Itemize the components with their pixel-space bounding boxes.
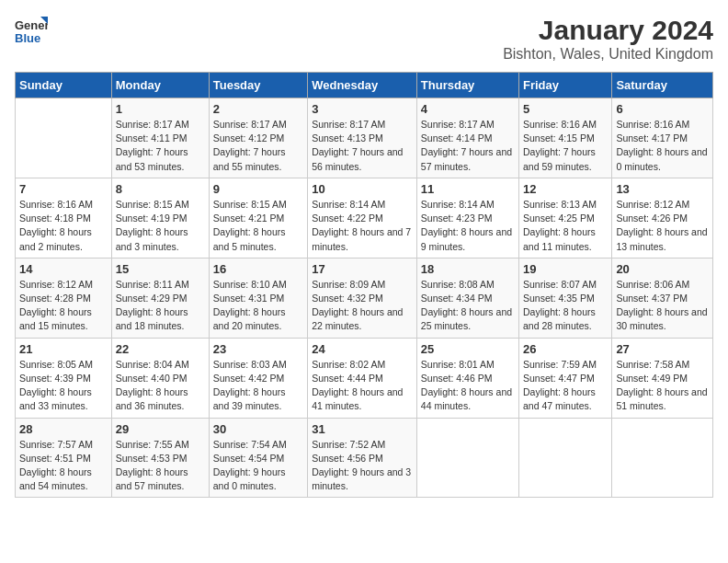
day-number: 27 xyxy=(616,342,709,356)
day-number: 14 xyxy=(19,262,108,276)
calendar-header-row: SundayMondayTuesdayWednesdayThursdayFrid… xyxy=(16,73,713,98)
calendar-cell: 5 Sunrise: 8:16 AMSunset: 4:15 PMDayligh… xyxy=(519,98,612,178)
cell-info: Sunrise: 7:57 AMSunset: 4:51 PMDaylight:… xyxy=(19,438,108,494)
cell-info: Sunrise: 8:16 AMSunset: 4:15 PMDaylight:… xyxy=(523,118,608,174)
weekday-header: Tuesday xyxy=(209,73,307,98)
cell-info: Sunrise: 8:17 AMSunset: 4:14 PMDaylight:… xyxy=(421,118,515,174)
calendar-cell: 11 Sunrise: 8:14 AMSunset: 4:23 PMDaylig… xyxy=(416,178,518,258)
day-number: 23 xyxy=(213,342,303,356)
cell-info: Sunrise: 8:16 AMSunset: 4:17 PMDaylight:… xyxy=(616,118,709,174)
day-number: 30 xyxy=(213,422,303,436)
day-number: 5 xyxy=(523,102,608,116)
day-number: 3 xyxy=(312,102,413,116)
calendar-cell: 7 Sunrise: 8:16 AMSunset: 4:18 PMDayligh… xyxy=(16,178,112,258)
weekday-header: Friday xyxy=(519,73,612,98)
calendar-cell: 1 Sunrise: 8:17 AMSunset: 4:11 PMDayligh… xyxy=(111,98,209,178)
day-number: 12 xyxy=(523,182,608,196)
calendar-cell: 29 Sunrise: 7:55 AMSunset: 4:53 PMDaylig… xyxy=(111,418,209,498)
day-number: 17 xyxy=(312,262,413,276)
calendar-cell: 4 Sunrise: 8:17 AMSunset: 4:14 PMDayligh… xyxy=(416,98,518,178)
cell-info: Sunrise: 8:17 AMSunset: 4:12 PMDaylight:… xyxy=(213,118,303,174)
calendar-body: 1 Sunrise: 8:17 AMSunset: 4:11 PMDayligh… xyxy=(16,98,713,498)
day-number: 21 xyxy=(19,342,108,356)
cell-info: Sunrise: 8:15 AMSunset: 4:21 PMDaylight:… xyxy=(213,198,303,254)
cell-info: Sunrise: 8:06 AMSunset: 4:37 PMDaylight:… xyxy=(616,278,709,334)
day-number: 4 xyxy=(421,102,515,116)
weekday-header: Monday xyxy=(111,73,209,98)
calendar-subtitle: Bishton, Wales, United Kingdom xyxy=(503,46,713,63)
day-number: 7 xyxy=(19,182,108,196)
cell-info: Sunrise: 8:03 AMSunset: 4:42 PMDaylight:… xyxy=(213,358,303,414)
day-number: 15 xyxy=(116,262,205,276)
cell-info: Sunrise: 8:13 AMSunset: 4:25 PMDaylight:… xyxy=(523,198,608,254)
cell-info: Sunrise: 8:04 AMSunset: 4:40 PMDaylight:… xyxy=(116,358,205,414)
calendar-cell: 30 Sunrise: 7:54 AMSunset: 4:54 PMDaylig… xyxy=(209,418,307,498)
calendar-cell: 23 Sunrise: 8:03 AMSunset: 4:42 PMDaylig… xyxy=(209,338,307,418)
logo: General Blue xyxy=(15,15,48,48)
calendar-cell: 2 Sunrise: 8:17 AMSunset: 4:12 PMDayligh… xyxy=(209,98,307,178)
cell-info: Sunrise: 8:12 AMSunset: 4:28 PMDaylight:… xyxy=(19,278,108,334)
day-number: 29 xyxy=(116,422,205,436)
day-number: 1 xyxy=(116,102,205,116)
day-number: 8 xyxy=(116,182,205,196)
logo-icon: General Blue xyxy=(15,15,48,48)
cell-info: Sunrise: 7:55 AMSunset: 4:53 PMDaylight:… xyxy=(116,438,205,494)
calendar-cell: 27 Sunrise: 7:58 AMSunset: 4:49 PMDaylig… xyxy=(612,338,713,418)
calendar-table: SundayMondayTuesdayWednesdayThursdayFrid… xyxy=(15,72,713,498)
calendar-cell: 19 Sunrise: 8:07 AMSunset: 4:35 PMDaylig… xyxy=(519,258,612,338)
cell-info: Sunrise: 8:02 AMSunset: 4:44 PMDaylight:… xyxy=(312,358,413,414)
cell-info: Sunrise: 8:08 AMSunset: 4:34 PMDaylight:… xyxy=(421,278,515,334)
cell-info: Sunrise: 7:54 AMSunset: 4:54 PMDaylight:… xyxy=(213,438,303,494)
day-number: 16 xyxy=(213,262,303,276)
calendar-cell: 25 Sunrise: 8:01 AMSunset: 4:46 PMDaylig… xyxy=(416,338,518,418)
calendar-week-row: 28 Sunrise: 7:57 AMSunset: 4:51 PMDaylig… xyxy=(16,418,713,498)
cell-info: Sunrise: 8:14 AMSunset: 4:23 PMDaylight:… xyxy=(421,198,515,254)
calendar-cell: 24 Sunrise: 8:02 AMSunset: 4:44 PMDaylig… xyxy=(308,338,417,418)
cell-info: Sunrise: 8:07 AMSunset: 4:35 PMDaylight:… xyxy=(523,278,608,334)
day-number: 2 xyxy=(213,102,303,116)
cell-info: Sunrise: 8:01 AMSunset: 4:46 PMDaylight:… xyxy=(421,358,515,414)
calendar-cell xyxy=(612,418,713,498)
day-number: 19 xyxy=(523,262,608,276)
calendar-cell: 22 Sunrise: 8:04 AMSunset: 4:40 PMDaylig… xyxy=(111,338,209,418)
calendar-cell: 14 Sunrise: 8:12 AMSunset: 4:28 PMDaylig… xyxy=(16,258,112,338)
calendar-week-row: 14 Sunrise: 8:12 AMSunset: 4:28 PMDaylig… xyxy=(16,258,713,338)
calendar-cell xyxy=(416,418,518,498)
calendar-week-row: 1 Sunrise: 8:17 AMSunset: 4:11 PMDayligh… xyxy=(16,98,713,178)
day-number: 26 xyxy=(523,342,608,356)
cell-info: Sunrise: 8:10 AMSunset: 4:31 PMDaylight:… xyxy=(213,278,303,334)
calendar-cell: 6 Sunrise: 8:16 AMSunset: 4:17 PMDayligh… xyxy=(612,98,713,178)
svg-text:General: General xyxy=(15,18,48,32)
calendar-cell: 18 Sunrise: 8:08 AMSunset: 4:34 PMDaylig… xyxy=(416,258,518,338)
cell-info: Sunrise: 8:15 AMSunset: 4:19 PMDaylight:… xyxy=(116,198,205,254)
calendar-cell: 31 Sunrise: 7:52 AMSunset: 4:56 PMDaylig… xyxy=(308,418,417,498)
calendar-cell: 9 Sunrise: 8:15 AMSunset: 4:21 PMDayligh… xyxy=(209,178,307,258)
cell-info: Sunrise: 8:17 AMSunset: 4:11 PMDaylight:… xyxy=(116,118,205,174)
cell-info: Sunrise: 8:16 AMSunset: 4:18 PMDaylight:… xyxy=(19,198,108,254)
day-number: 22 xyxy=(116,342,205,356)
cell-info: Sunrise: 8:17 AMSunset: 4:13 PMDaylight:… xyxy=(312,118,413,174)
calendar-cell: 12 Sunrise: 8:13 AMSunset: 4:25 PMDaylig… xyxy=(519,178,612,258)
calendar-title: January 2024 xyxy=(503,15,713,46)
cell-info: Sunrise: 8:09 AMSunset: 4:32 PMDaylight:… xyxy=(312,278,413,334)
day-number: 25 xyxy=(421,342,515,356)
cell-info: Sunrise: 8:14 AMSunset: 4:22 PMDaylight:… xyxy=(312,198,413,254)
calendar-cell: 8 Sunrise: 8:15 AMSunset: 4:19 PMDayligh… xyxy=(111,178,209,258)
weekday-header: Sunday xyxy=(16,73,112,98)
day-number: 10 xyxy=(312,182,413,196)
cell-info: Sunrise: 8:05 AMSunset: 4:39 PMDaylight:… xyxy=(19,358,108,414)
day-number: 18 xyxy=(421,262,515,276)
day-number: 9 xyxy=(213,182,303,196)
day-number: 6 xyxy=(616,102,709,116)
cell-info: Sunrise: 8:11 AMSunset: 4:29 PMDaylight:… xyxy=(116,278,205,334)
calendar-cell: 20 Sunrise: 8:06 AMSunset: 4:37 PMDaylig… xyxy=(612,258,713,338)
cell-info: Sunrise: 8:12 AMSunset: 4:26 PMDaylight:… xyxy=(616,198,709,254)
cell-info: Sunrise: 7:59 AMSunset: 4:47 PMDaylight:… xyxy=(523,358,608,414)
calendar-cell xyxy=(16,98,112,178)
calendar-cell xyxy=(519,418,612,498)
weekday-header: Saturday xyxy=(612,73,713,98)
calendar-cell: 3 Sunrise: 8:17 AMSunset: 4:13 PMDayligh… xyxy=(308,98,417,178)
calendar-cell: 16 Sunrise: 8:10 AMSunset: 4:31 PMDaylig… xyxy=(209,258,307,338)
day-number: 11 xyxy=(421,182,515,196)
calendar-cell: 10 Sunrise: 8:14 AMSunset: 4:22 PMDaylig… xyxy=(308,178,417,258)
